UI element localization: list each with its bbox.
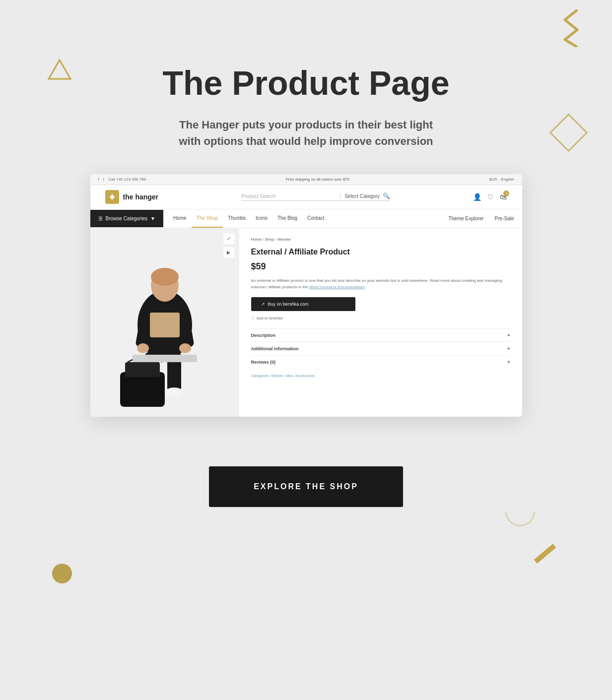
svg-point-10 bbox=[165, 387, 183, 396]
explore-shop-button[interactable]: EXPLORE THE SHOP bbox=[209, 466, 403, 507]
woo-doc-link[interactable]: WooCommerce Documentation bbox=[309, 285, 364, 289]
image-controls: ⤢ ▶ bbox=[223, 233, 234, 258]
play-icon[interactable]: ▶ bbox=[223, 247, 234, 258]
logo-icon bbox=[105, 190, 119, 204]
page-title: The Product Page bbox=[162, 64, 449, 102]
nav-home[interactable]: Home bbox=[168, 209, 192, 228]
search-icon[interactable]: 🔍 bbox=[383, 192, 390, 199]
categories-prefix: Categories: bbox=[251, 374, 270, 378]
topbar-left: f t Call +40 123 456 789 bbox=[98, 177, 146, 182]
accordion-reviews-label: Reviews (0) bbox=[251, 360, 276, 365]
page-subtitle: The Hanger puts your products in their b… bbox=[179, 117, 433, 149]
accordion-additional-label: Additional information bbox=[251, 346, 299, 351]
breadcrumb-home[interactable]: Home bbox=[251, 237, 262, 242]
buy-button[interactable]: ↗ Buy on bershka.com bbox=[251, 297, 355, 311]
language-selector[interactable]: English bbox=[501, 177, 514, 182]
site-header: the hanger Product Search Select Categor… bbox=[90, 185, 522, 209]
nav-blog[interactable]: The Blog bbox=[272, 209, 302, 228]
nav-shop[interactable]: The Shop bbox=[192, 209, 223, 228]
search-area: Product Search Select Category 🔍 bbox=[241, 192, 390, 201]
product-description: An external or Affiliate product is one … bbox=[251, 278, 510, 291]
product-title: External / Affiliate Product bbox=[251, 248, 510, 256]
svg-rect-6 bbox=[150, 313, 180, 337]
accordion-reviews[interactable]: Reviews (0) + bbox=[251, 355, 510, 369]
breadcrumb-shop[interactable]: Shop bbox=[265, 237, 274, 242]
wishlist-icon[interactable]: ♡ bbox=[487, 193, 494, 201]
search-input[interactable]: Product Search bbox=[241, 193, 336, 199]
logo-area[interactable]: the hanger bbox=[105, 190, 159, 204]
phone-text: Call +40 123 456 789 bbox=[108, 177, 146, 182]
chevron-down-icon: ▼ bbox=[150, 216, 155, 221]
menu-icon: ☰ bbox=[98, 216, 103, 221]
buy-button-label: Buy on bershka.com bbox=[268, 302, 309, 307]
logo-text: the hanger bbox=[123, 193, 159, 201]
account-icon[interactable]: 👤 bbox=[473, 193, 481, 201]
cart-badge: 1 bbox=[503, 191, 509, 196]
product-area: ⤢ ▶ Home / Shop / Women External / Affil… bbox=[90, 228, 522, 417]
accordion-description[interactable]: Description + bbox=[251, 328, 510, 342]
browser-mockup: f t Call +40 123 456 789 Free shipping o… bbox=[90, 174, 522, 417]
breadcrumb: Home / Shop / Women bbox=[251, 237, 510, 242]
categories-values: Women, Men, Accessories bbox=[271, 374, 315, 378]
shipping-notice: Free shipping on all orders over $75 bbox=[286, 177, 349, 182]
svg-point-5 bbox=[151, 268, 179, 286]
product-price: $59 bbox=[251, 261, 510, 272]
accordion-additional-info[interactable]: Additional information + bbox=[251, 342, 510, 355]
wishlist-label: Add to Wishlist bbox=[257, 316, 283, 320]
category-select[interactable]: Select Category bbox=[340, 193, 380, 199]
accordion-reviews-toggle: + bbox=[507, 360, 510, 365]
accordion-additional-toggle: + bbox=[507, 346, 510, 351]
nav-right-links: Theme Explorer Pre-Sale bbox=[445, 210, 517, 227]
breadcrumb-women[interactable]: Women bbox=[277, 237, 291, 242]
browse-label: Browse Categories bbox=[106, 216, 147, 221]
product-categories: Categories: Women, Men, Accessories bbox=[251, 374, 510, 378]
fullscreen-icon[interactable]: ⤢ bbox=[223, 233, 234, 244]
circle-deco-icon bbox=[52, 564, 72, 583]
svg-rect-17 bbox=[133, 355, 197, 362]
svg-rect-12 bbox=[125, 362, 160, 377]
svg-point-15 bbox=[137, 343, 149, 353]
nav-theme-explorer[interactable]: Theme Explorer bbox=[445, 210, 486, 227]
product-info: Home / Shop / Women External / Affiliate… bbox=[239, 228, 522, 417]
cta-section: EXPLORE THE SHOP bbox=[209, 466, 403, 507]
external-link-icon: ↗ bbox=[261, 302, 265, 307]
dash-deco-icon bbox=[534, 544, 556, 564]
nav-thumbs[interactable]: Thumbs bbox=[223, 209, 251, 228]
utility-bar: f t Call +40 123 456 789 Free shipping o… bbox=[90, 174, 522, 185]
svg-point-16 bbox=[179, 343, 191, 353]
topbar-right: $US English bbox=[489, 177, 514, 182]
product-image-section: ⤢ ▶ bbox=[90, 228, 239, 417]
facebook-icon: f bbox=[98, 177, 99, 182]
svg-rect-11 bbox=[120, 372, 165, 407]
wishlist-button[interactable]: ♡ Add to Wishlist bbox=[251, 316, 510, 320]
heart-icon: ♡ bbox=[251, 316, 255, 320]
site-nav: ☰ Browse Categories ▼ Home The Shop Thum… bbox=[90, 209, 522, 228]
cart-icon[interactable]: 🛍 1 bbox=[500, 193, 507, 201]
accordion-description-label: Description bbox=[251, 333, 276, 338]
currency-selector[interactable]: $US bbox=[489, 177, 497, 182]
browse-categories-button[interactable]: ☰ Browse Categories ▼ bbox=[90, 210, 163, 227]
accordion-description-toggle: + bbox=[507, 333, 510, 338]
product-image bbox=[90, 228, 239, 417]
twitter-icon: t bbox=[103, 177, 104, 182]
nav-presale[interactable]: Pre-Sale bbox=[492, 210, 517, 227]
nav-icons[interactable]: Icons bbox=[251, 209, 272, 228]
nav-links: Home The Shop Thumbs Icons The Blog Cont… bbox=[163, 209, 446, 228]
nav-contact[interactable]: Contact bbox=[302, 209, 329, 228]
header-icons: 👤 ♡ 🛍 1 bbox=[473, 193, 507, 201]
